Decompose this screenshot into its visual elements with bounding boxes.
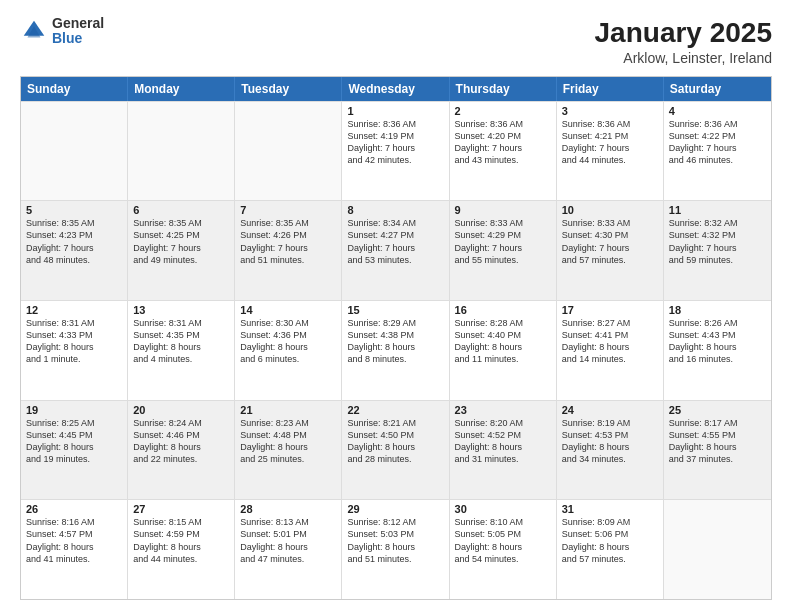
logo-general: General (52, 16, 104, 31)
day-number: 31 (562, 503, 658, 515)
cell-info: Sunrise: 8:33 AM Sunset: 4:29 PM Dayligh… (455, 217, 551, 266)
cell-info: Sunrise: 8:16 AM Sunset: 4:57 PM Dayligh… (26, 516, 122, 565)
cell-info: Sunrise: 8:36 AM Sunset: 4:19 PM Dayligh… (347, 118, 443, 167)
calendar-cell (21, 102, 128, 201)
day-number: 16 (455, 304, 551, 316)
day-number: 25 (669, 404, 766, 416)
cell-info: Sunrise: 8:35 AM Sunset: 4:26 PM Dayligh… (240, 217, 336, 266)
cell-info: Sunrise: 8:23 AM Sunset: 4:48 PM Dayligh… (240, 417, 336, 466)
calendar-row: 12Sunrise: 8:31 AM Sunset: 4:33 PM Dayli… (21, 300, 771, 400)
cell-info: Sunrise: 8:21 AM Sunset: 4:50 PM Dayligh… (347, 417, 443, 466)
calendar-cell: 29Sunrise: 8:12 AM Sunset: 5:03 PM Dayli… (342, 500, 449, 599)
header: General Blue January 2025 Arklow, Leinst… (20, 16, 772, 66)
day-number: 12 (26, 304, 122, 316)
logo: General Blue (20, 16, 104, 47)
cell-info: Sunrise: 8:24 AM Sunset: 4:46 PM Dayligh… (133, 417, 229, 466)
calendar-cell: 11Sunrise: 8:32 AM Sunset: 4:32 PM Dayli… (664, 201, 771, 300)
day-number: 1 (347, 105, 443, 117)
calendar-cell: 23Sunrise: 8:20 AM Sunset: 4:52 PM Dayli… (450, 401, 557, 500)
calendar-body: 1Sunrise: 8:36 AM Sunset: 4:19 PM Daylig… (21, 101, 771, 599)
calendar-cell: 26Sunrise: 8:16 AM Sunset: 4:57 PM Dayli… (21, 500, 128, 599)
calendar-cell: 12Sunrise: 8:31 AM Sunset: 4:33 PM Dayli… (21, 301, 128, 400)
calendar-cell: 21Sunrise: 8:23 AM Sunset: 4:48 PM Dayli… (235, 401, 342, 500)
day-number: 15 (347, 304, 443, 316)
calendar-cell: 9Sunrise: 8:33 AM Sunset: 4:29 PM Daylig… (450, 201, 557, 300)
calendar-cell: 15Sunrise: 8:29 AM Sunset: 4:38 PM Dayli… (342, 301, 449, 400)
calendar-row: 26Sunrise: 8:16 AM Sunset: 4:57 PM Dayli… (21, 499, 771, 599)
calendar-cell: 3Sunrise: 8:36 AM Sunset: 4:21 PM Daylig… (557, 102, 664, 201)
calendar-cell: 25Sunrise: 8:17 AM Sunset: 4:55 PM Dayli… (664, 401, 771, 500)
cell-info: Sunrise: 8:10 AM Sunset: 5:05 PM Dayligh… (455, 516, 551, 565)
cell-info: Sunrise: 8:25 AM Sunset: 4:45 PM Dayligh… (26, 417, 122, 466)
weekday-header: Saturday (664, 77, 771, 101)
calendar-cell: 24Sunrise: 8:19 AM Sunset: 4:53 PM Dayli… (557, 401, 664, 500)
cell-info: Sunrise: 8:09 AM Sunset: 5:06 PM Dayligh… (562, 516, 658, 565)
day-number: 7 (240, 204, 336, 216)
cell-info: Sunrise: 8:13 AM Sunset: 5:01 PM Dayligh… (240, 516, 336, 565)
day-number: 11 (669, 204, 766, 216)
cell-info: Sunrise: 8:35 AM Sunset: 4:25 PM Dayligh… (133, 217, 229, 266)
day-number: 21 (240, 404, 336, 416)
logo-icon (20, 17, 48, 45)
cell-info: Sunrise: 8:29 AM Sunset: 4:38 PM Dayligh… (347, 317, 443, 366)
day-number: 13 (133, 304, 229, 316)
calendar-cell: 7Sunrise: 8:35 AM Sunset: 4:26 PM Daylig… (235, 201, 342, 300)
day-number: 27 (133, 503, 229, 515)
calendar-cell: 5Sunrise: 8:35 AM Sunset: 4:23 PM Daylig… (21, 201, 128, 300)
day-number: 24 (562, 404, 658, 416)
calendar-cell: 1Sunrise: 8:36 AM Sunset: 4:19 PM Daylig… (342, 102, 449, 201)
calendar-cell: 28Sunrise: 8:13 AM Sunset: 5:01 PM Dayli… (235, 500, 342, 599)
calendar-cell: 18Sunrise: 8:26 AM Sunset: 4:43 PM Dayli… (664, 301, 771, 400)
title-block: January 2025 Arklow, Leinster, Ireland (595, 16, 772, 66)
day-number: 20 (133, 404, 229, 416)
subtitle: Arklow, Leinster, Ireland (595, 50, 772, 66)
calendar: SundayMondayTuesdayWednesdayThursdayFrid… (20, 76, 772, 600)
day-number: 17 (562, 304, 658, 316)
cell-info: Sunrise: 8:12 AM Sunset: 5:03 PM Dayligh… (347, 516, 443, 565)
day-number: 10 (562, 204, 658, 216)
calendar-cell: 27Sunrise: 8:15 AM Sunset: 4:59 PM Dayli… (128, 500, 235, 599)
calendar-cell: 13Sunrise: 8:31 AM Sunset: 4:35 PM Dayli… (128, 301, 235, 400)
day-number: 18 (669, 304, 766, 316)
cell-info: Sunrise: 8:26 AM Sunset: 4:43 PM Dayligh… (669, 317, 766, 366)
calendar-row: 1Sunrise: 8:36 AM Sunset: 4:19 PM Daylig… (21, 101, 771, 201)
day-number: 30 (455, 503, 551, 515)
calendar-cell: 31Sunrise: 8:09 AM Sunset: 5:06 PM Dayli… (557, 500, 664, 599)
weekday-header: Wednesday (342, 77, 449, 101)
cell-info: Sunrise: 8:35 AM Sunset: 4:23 PM Dayligh… (26, 217, 122, 266)
cell-info: Sunrise: 8:36 AM Sunset: 4:20 PM Dayligh… (455, 118, 551, 167)
calendar-cell: 14Sunrise: 8:30 AM Sunset: 4:36 PM Dayli… (235, 301, 342, 400)
cell-info: Sunrise: 8:31 AM Sunset: 4:33 PM Dayligh… (26, 317, 122, 366)
weekday-header: Tuesday (235, 77, 342, 101)
cell-info: Sunrise: 8:36 AM Sunset: 4:21 PM Dayligh… (562, 118, 658, 167)
calendar-cell (235, 102, 342, 201)
weekday-header: Sunday (21, 77, 128, 101)
day-number: 3 (562, 105, 658, 117)
day-number: 9 (455, 204, 551, 216)
day-number: 29 (347, 503, 443, 515)
cell-info: Sunrise: 8:31 AM Sunset: 4:35 PM Dayligh… (133, 317, 229, 366)
cell-info: Sunrise: 8:36 AM Sunset: 4:22 PM Dayligh… (669, 118, 766, 167)
calendar-cell: 8Sunrise: 8:34 AM Sunset: 4:27 PM Daylig… (342, 201, 449, 300)
calendar-cell: 19Sunrise: 8:25 AM Sunset: 4:45 PM Dayli… (21, 401, 128, 500)
cell-info: Sunrise: 8:28 AM Sunset: 4:40 PM Dayligh… (455, 317, 551, 366)
day-number: 2 (455, 105, 551, 117)
calendar-cell: 30Sunrise: 8:10 AM Sunset: 5:05 PM Dayli… (450, 500, 557, 599)
cell-info: Sunrise: 8:19 AM Sunset: 4:53 PM Dayligh… (562, 417, 658, 466)
calendar-cell: 4Sunrise: 8:36 AM Sunset: 4:22 PM Daylig… (664, 102, 771, 201)
cell-info: Sunrise: 8:15 AM Sunset: 4:59 PM Dayligh… (133, 516, 229, 565)
weekday-header: Thursday (450, 77, 557, 101)
day-number: 4 (669, 105, 766, 117)
cell-info: Sunrise: 8:33 AM Sunset: 4:30 PM Dayligh… (562, 217, 658, 266)
calendar-cell: 2Sunrise: 8:36 AM Sunset: 4:20 PM Daylig… (450, 102, 557, 201)
day-number: 14 (240, 304, 336, 316)
cell-info: Sunrise: 8:20 AM Sunset: 4:52 PM Dayligh… (455, 417, 551, 466)
main-title: January 2025 (595, 16, 772, 50)
page: General Blue January 2025 Arklow, Leinst… (0, 0, 792, 612)
day-number: 8 (347, 204, 443, 216)
calendar-cell: 20Sunrise: 8:24 AM Sunset: 4:46 PM Dayli… (128, 401, 235, 500)
calendar-cell (664, 500, 771, 599)
day-number: 22 (347, 404, 443, 416)
calendar-row: 5Sunrise: 8:35 AM Sunset: 4:23 PM Daylig… (21, 200, 771, 300)
logo-blue: Blue (52, 31, 104, 46)
